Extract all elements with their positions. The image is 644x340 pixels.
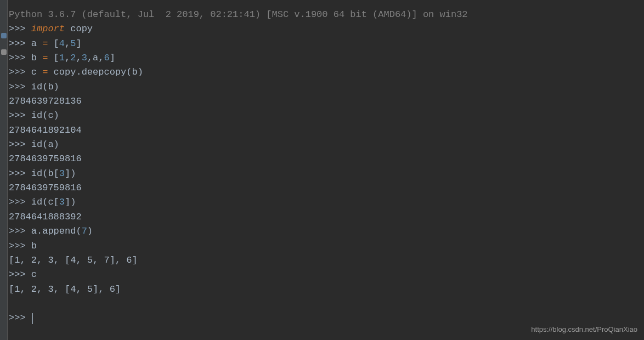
number: 1	[59, 53, 65, 63]
comma: ,a,	[87, 53, 104, 63]
code-text: copy	[65, 24, 93, 34]
operator: =	[42, 67, 48, 77]
number: 3	[82, 53, 87, 63]
code-text: b	[31, 241, 37, 251]
code-text: id(b[	[31, 168, 59, 179]
watermark: https://blog.csdn.net/ProQianXiao	[531, 325, 637, 333]
repl-line: >>> c = copy.deepcopy(b)	[9, 65, 644, 80]
comma: ,	[65, 53, 70, 63]
python-console[interactable]: Python 3.6.7 (default, Jul 2 2019, 02:21…	[9, 0, 644, 325]
repl-line: >>> id(c)	[9, 109, 644, 123]
gutter-icon	[1, 49, 7, 55]
repl-line: >>> b	[9, 239, 644, 253]
repl-line: >>> c	[9, 268, 644, 282]
comma: ,	[65, 38, 70, 49]
code-text: ])	[65, 197, 76, 207]
code-text: ]	[76, 38, 81, 49]
number: 2	[70, 53, 76, 63]
operator: =	[42, 38, 48, 49]
number: 7	[82, 226, 87, 236]
number: 3	[59, 197, 65, 207]
repl-output: 2784639728136	[9, 94, 644, 109]
repl-output: [1, 2, 3, [4, 5], 6]	[9, 282, 644, 297]
comma: ,	[76, 53, 81, 63]
repl-line: >>> b = [1,2,3,a,6]	[9, 51, 644, 65]
number: 4	[59, 38, 65, 49]
code-text: [	[48, 38, 59, 49]
repl-line: >>> a = [4,5]	[9, 37, 644, 51]
code-text: ]	[110, 53, 115, 63]
repl-output: 2784639759816	[9, 152, 644, 166]
prompt: >>>	[9, 82, 31, 92]
code-text: c	[31, 67, 42, 77]
repl-output: 2784641892104	[9, 123, 644, 138]
repl-output: 2784641888392	[9, 210, 644, 224]
repl-output: [1, 2, 3, [4, 5, 7], 6]	[9, 253, 644, 268]
code-text: b	[31, 53, 42, 63]
code-text: c	[31, 269, 37, 280]
prompt: >>>	[9, 110, 31, 121]
prompt: >>>	[9, 197, 31, 207]
prompt: >>>	[9, 139, 31, 150]
repl-line: >>> id(c[3])	[9, 195, 644, 209]
prompt: >>>	[9, 38, 31, 49]
number: 6	[104, 53, 109, 63]
editor-gutter	[0, 0, 8, 340]
code-text: copy.deepcopy(b)	[48, 67, 143, 77]
prompt: >>>	[9, 168, 31, 179]
gutter-icon	[1, 33, 7, 38]
code-text: id(b)	[31, 82, 59, 92]
repl-line: >>> import copy	[9, 22, 644, 36]
repl-line: >>> a.append(7)	[9, 224, 644, 239]
code-text: )	[87, 226, 93, 236]
prompt: >>>	[9, 269, 31, 280]
code-text: id(a)	[31, 139, 59, 150]
cursor-icon	[32, 313, 33, 324]
operator: =	[42, 53, 48, 63]
repl-line: >>> id(a)	[9, 138, 644, 152]
repl-output: 2784639759816	[9, 181, 644, 195]
keyword-import: import	[31, 24, 65, 34]
code-text: a	[31, 38, 42, 49]
code-text: [	[48, 53, 59, 63]
prompt: >>>	[9, 241, 31, 251]
code-text: ])	[65, 168, 76, 179]
code-text: id(c[	[31, 197, 59, 207]
repl-line: >>> id(b)	[9, 80, 644, 94]
code-text: a.append(	[31, 226, 82, 236]
prompt: >>>	[9, 313, 31, 323]
repl-input-line[interactable]: >>>	[9, 311, 644, 325]
prompt: >>>	[9, 53, 31, 63]
prompt: >>>	[9, 226, 31, 236]
prompt: >>>	[9, 67, 31, 77]
number: 5	[70, 38, 76, 49]
number: 3	[59, 168, 65, 179]
python-header: Python 3.6.7 (default, Jul 2 2019, 02:21…	[9, 8, 644, 22]
repl-line: >>> id(b[3])	[9, 167, 644, 181]
code-text: id(c)	[31, 110, 59, 121]
prompt: >>>	[9, 24, 31, 34]
